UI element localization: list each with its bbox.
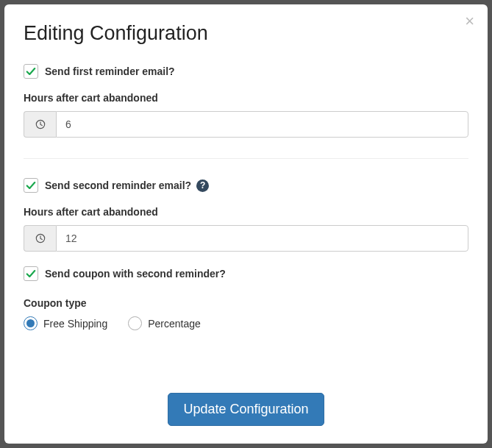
close-icon[interactable]: × — [465, 13, 474, 29]
radio-label: Free Shipping — [43, 318, 107, 330]
check-icon — [26, 180, 36, 191]
help-icon[interactable]: ? — [196, 179, 209, 192]
clock-icon — [35, 233, 46, 243]
first-hours-input[interactable] — [56, 111, 468, 138]
modal-title: Editing Configuration — [24, 22, 468, 45]
coupon-type-radio-group: Free Shipping Percentage — [24, 316, 468, 330]
clock-icon — [35, 119, 46, 129]
first-reminder-section: Send first reminder email? Hours after c… — [24, 64, 468, 138]
second-hours-label: Hours after cart abandoned — [24, 206, 468, 218]
first-reminder-checkbox-label: Send first reminder email? — [45, 65, 175, 77]
clock-addon — [24, 225, 56, 252]
coupon-type-label: Coupon type — [24, 297, 468, 309]
check-icon — [26, 269, 36, 279]
second-reminder-checkbox[interactable] — [24, 178, 38, 193]
clock-addon — [24, 111, 56, 138]
edit-configuration-modal: × Editing Configuration Send first remin… — [4, 4, 488, 444]
first-hours-label: Hours after cart abandoned — [24, 92, 468, 104]
second-hours-input[interactable] — [56, 225, 468, 252]
radio-label: Percentage — [148, 318, 201, 330]
check-icon — [26, 66, 36, 77]
coupon-type-percentage[interactable]: Percentage — [128, 316, 201, 330]
send-coupon-checkbox-label: Send coupon with second reminder? — [45, 268, 226, 280]
send-coupon-checkbox[interactable] — [24, 266, 38, 281]
modal-footer: Update Configuration — [24, 371, 468, 426]
first-reminder-checkbox[interactable] — [24, 64, 38, 79]
section-divider — [24, 158, 468, 159]
update-configuration-button[interactable]: Update Configuration — [168, 393, 324, 426]
second-reminder-checkbox-label: Send second reminder email? — [45, 179, 191, 191]
radio-icon — [24, 316, 38, 330]
second-reminder-section: Send second reminder email? ? Hours afte… — [24, 178, 468, 330]
radio-icon — [128, 316, 142, 330]
coupon-type-free-shipping[interactable]: Free Shipping — [24, 316, 107, 330]
